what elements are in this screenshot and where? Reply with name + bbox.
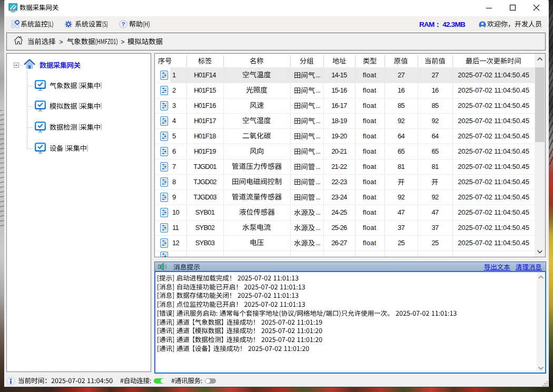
svg-text:?: ? bbox=[121, 21, 125, 27]
